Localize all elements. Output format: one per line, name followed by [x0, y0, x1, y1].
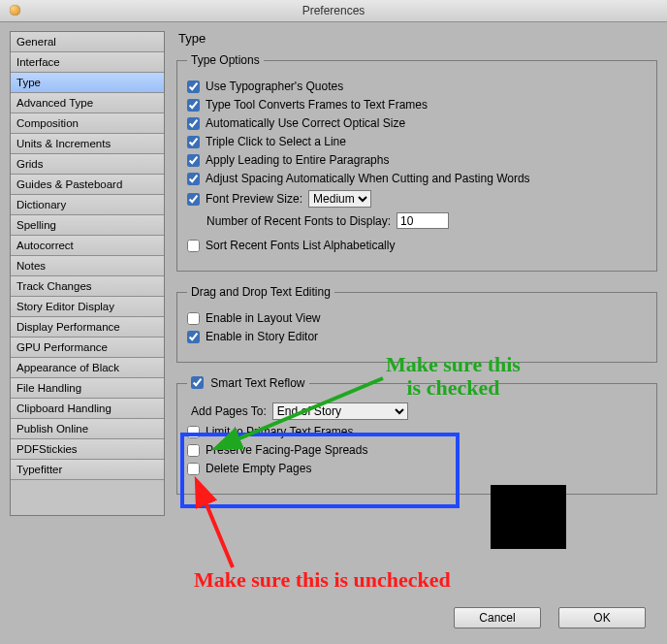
sidebar-item-appearance-of-black[interactable]: Appearance of Black	[11, 358, 164, 378]
sidebar-item-file-handling[interactable]: File Handling	[11, 378, 164, 399]
add-pages-to-select[interactable]: End of Story	[272, 402, 408, 420]
page-heading: Type	[178, 31, 657, 46]
cancel-button[interactable]: Cancel	[454, 607, 541, 628]
sidebar-item-general[interactable]: General	[11, 32, 164, 52]
sidebar-item-autocorrect[interactable]: Autocorrect	[11, 236, 164, 256]
sidebar-item-publish-online[interactable]: Publish Online	[11, 419, 164, 439]
enable-layout-view-label: Enable in Layout View	[206, 311, 321, 325]
sidebar-item-advanced-type[interactable]: Advanced Type	[11, 93, 164, 113]
sidebar-item-guides-pasteboard[interactable]: Guides & Pasteboard	[11, 175, 164, 195]
sidebar-item-pdfstickies[interactable]: PDFStickies	[11, 439, 164, 460]
sidebar-item-spelling[interactable]: Spelling	[11, 215, 164, 236]
convert-frames-label: Type Tool Converts Frames to Text Frames	[206, 98, 428, 112]
recent-fonts-input[interactable]	[397, 212, 449, 229]
optical-size-label: Automatically Use Correct Optical Size	[206, 116, 405, 130]
triple-click-checkbox[interactable]	[187, 136, 200, 148]
sidebar-item-track-changes[interactable]: Track Changes	[11, 276, 164, 297]
preserve-facing-checkbox[interactable]	[187, 444, 200, 457]
sidebar-item-grids[interactable]: Grids	[11, 154, 164, 175]
smart-text-reflow-legend-text: Smart Text Reflow	[210, 376, 304, 390]
drag-drop-group: Drag and Drop Text Editing Enable in Lay…	[176, 285, 657, 363]
sidebar-item-composition[interactable]: Composition	[11, 113, 164, 134]
enable-story-editor-checkbox[interactable]	[187, 331, 200, 343]
window-title-bar: Preferences	[0, 0, 667, 22]
sort-recent-checkbox[interactable]	[187, 240, 200, 252]
sidebar-item-type[interactable]: Type	[11, 73, 164, 93]
delete-empty-pages-checkbox[interactable]	[187, 463, 200, 475]
limit-primary-frames-checkbox[interactable]	[187, 426, 200, 438]
ok-button[interactable]: OK	[558, 607, 646, 628]
enable-story-editor-label: Enable in Story Editor	[206, 330, 318, 343]
smart-text-reflow-legend: Smart Text Reflow	[187, 376, 309, 390]
sidebar-item-units-increments[interactable]: Units & Increments	[11, 134, 164, 154]
typographers-quotes-checkbox[interactable]	[187, 80, 200, 93]
sidebar-item-display-performance[interactable]: Display Performance	[11, 317, 164, 338]
typographers-quotes-label: Use Typographer's Quotes	[206, 80, 343, 93]
font-preview-size-select[interactable]: Medium	[308, 190, 371, 208]
add-pages-to-label: Add Pages To:	[191, 404, 267, 418]
sidebar-item-story-editor-display[interactable]: Story Editor Display	[11, 297, 164, 317]
optical-size-checkbox[interactable]	[187, 117, 200, 130]
sidebar-item-interface[interactable]: Interface	[11, 52, 164, 73]
redaction-block	[491, 485, 566, 549]
limit-primary-frames-label: Limit to Primary Text Frames	[206, 425, 353, 438]
sidebar-item-notes[interactable]: Notes	[11, 256, 164, 276]
sidebar-item-dictionary[interactable]: Dictionary	[11, 195, 164, 215]
font-preview-label: Font Preview Size:	[206, 192, 302, 206]
font-preview-checkbox[interactable]	[187, 193, 200, 206]
recent-fonts-label: Number of Recent Fonts to Display:	[206, 214, 391, 228]
convert-frames-checkbox[interactable]	[187, 99, 200, 112]
sort-recent-label: Sort Recent Fonts List Alphabetically	[206, 239, 395, 252]
type-options-group: Type Options Use Typographer's Quotes Ty…	[176, 53, 657, 272]
enable-layout-view-checkbox[interactable]	[187, 312, 200, 325]
adjust-spacing-checkbox[interactable]	[187, 173, 200, 185]
sidebar-item-gpu-performance[interactable]: GPU Performance	[11, 338, 164, 358]
preserve-facing-label: Preserve Facing-Page Spreads	[206, 443, 367, 457]
smart-text-reflow-checkbox[interactable]	[191, 376, 204, 389]
triple-click-label: Triple Click to Select a Line	[206, 135, 346, 148]
apply-leading-label: Apply Leading to Entire Paragraphs	[206, 153, 389, 167]
window-title: Preferences	[0, 0, 667, 21]
apply-leading-checkbox[interactable]	[187, 154, 200, 167]
preferences-category-list: GeneralInterfaceTypeAdvanced TypeComposi…	[10, 31, 165, 516]
drag-drop-legend: Drag and Drop Text Editing	[187, 285, 334, 299]
preferences-content: Type Type Options Use Typographer's Quot…	[176, 31, 657, 591]
sidebar-item-typefitter[interactable]: Typefitter	[11, 460, 164, 480]
adjust-spacing-label: Adjust Spacing Automatically When Cuttin…	[206, 172, 530, 185]
sidebar-item-clipboard-handling[interactable]: Clipboard Handling	[11, 399, 164, 419]
smart-text-reflow-group: Smart Text Reflow Add Pages To: End of S…	[176, 376, 657, 495]
delete-empty-pages-label: Delete Empty Pages	[206, 462, 311, 475]
type-options-legend: Type Options	[187, 53, 264, 67]
